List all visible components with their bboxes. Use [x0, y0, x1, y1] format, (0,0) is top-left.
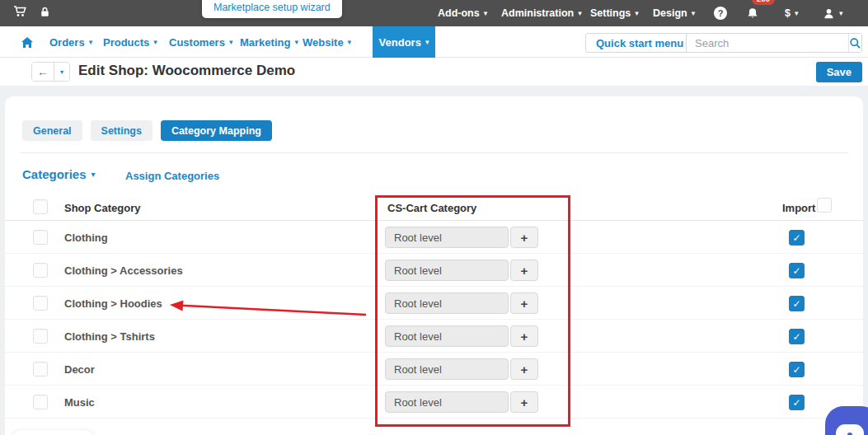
cscart-category-picker: Root level + [385, 391, 538, 413]
checkmark-icon: ✓ [792, 265, 800, 277]
help-button[interactable]: ? [714, 0, 727, 26]
row-checkbox[interactable] [33, 329, 48, 344]
topbar-item-label: Administration [501, 7, 574, 19]
caret-down-icon: ▾ [578, 10, 582, 17]
caret-down-icon: ▾ [91, 170, 96, 179]
cart-icon[interactable] [13, 5, 27, 21]
notification-count-badge: 200 [752, 0, 775, 5]
topbar-item-administration[interactable]: Administration ▾ [501, 0, 582, 26]
import-header: Import [782, 202, 815, 214]
cscart-category-field[interactable]: Root level [385, 391, 509, 413]
checkmark-icon: ✓ [792, 232, 800, 244]
cscart-category-field[interactable]: Root level [385, 260, 509, 281]
bottom-left-popup-edge [12, 430, 95, 435]
plus-icon: + [521, 264, 528, 278]
caret-down-icon: ▾ [484, 10, 488, 17]
home-icon[interactable] [21, 26, 34, 58]
tab-settings[interactable]: Settings [91, 120, 152, 141]
import-checkbox[interactable]: ✓ [789, 263, 805, 278]
page-header: ← ▾ Edit Shop: Woocommerce Demo Save [0, 58, 868, 86]
save-button[interactable]: Save [816, 62, 862, 82]
plus-icon: + [521, 231, 528, 245]
topbar-item-settings[interactable]: Settings ▾ [590, 0, 639, 26]
add-category-button[interactable]: + [510, 292, 538, 314]
currency-menu[interactable]: $ ▾ [785, 0, 798, 26]
nav-item-customers[interactable]: Customers ▾ [169, 26, 232, 58]
shop-category-label: Clothing > Hoodies [64, 297, 162, 309]
search-button[interactable] [848, 34, 861, 52]
row-checkbox[interactable] [33, 230, 48, 245]
categories-label: Categories [22, 167, 87, 181]
assign-categories-link[interactable]: Assign Categories [125, 170, 219, 182]
chat-widget-button[interactable] [825, 406, 868, 435]
select-all-checkbox[interactable] [33, 199, 48, 214]
import-checkbox[interactable]: ✓ [789, 362, 805, 377]
cs-cart-admin-screen: Marketplace setup wizard Add-ons ▾ Admin… [0, 0, 868, 435]
topbar-item-label: Settings [590, 7, 631, 19]
nav-item-marketing[interactable]: Marketing ▾ [240, 26, 298, 58]
caret-down-icon: ▾ [425, 39, 429, 46]
add-category-button[interactable]: + [510, 358, 538, 380]
cscart-category-picker: Root level + [385, 292, 538, 314]
add-category-button[interactable]: + [510, 325, 538, 347]
table-row: Music Root level + ✓ [5, 386, 863, 419]
import-checkbox[interactable]: ✓ [789, 395, 805, 410]
nav-item-orders[interactable]: Orders ▾ [49, 26, 92, 58]
nav-item-label: Vendors [379, 36, 421, 49]
table-row: Clothing Root level + ✓ [5, 221, 863, 254]
row-checkbox[interactable] [33, 395, 48, 409]
cscart-category-field[interactable]: Root level [385, 358, 509, 380]
add-category-button[interactable]: + [510, 260, 538, 281]
nav-item-products[interactable]: Products ▾ [103, 26, 157, 58]
help-icon: ? [714, 7, 727, 20]
cscart-category-field[interactable]: Root level [385, 325, 509, 347]
cscart-category-field[interactable]: Root level [385, 227, 509, 248]
add-category-button[interactable]: + [510, 391, 538, 413]
chat-bubble-icon [836, 424, 864, 435]
cscart-category-picker: Root level + [385, 325, 538, 347]
shop-category-label: Clothing > Tshirts [64, 330, 155, 342]
topbar-item-addons[interactable]: Add-ons ▾ [438, 0, 487, 26]
add-category-button[interactable]: + [510, 227, 538, 248]
shop-category-label: Music [64, 395, 95, 408]
caret-down-icon: ▾ [839, 10, 843, 17]
import-checkbox[interactable]: ✓ [789, 329, 805, 344]
row-checkbox[interactable] [33, 296, 48, 311]
checkmark-icon: ✓ [792, 397, 800, 409]
user-menu[interactable]: ▾ [823, 0, 843, 26]
categories-dropdown[interactable]: Categories ▾ [22, 167, 96, 181]
lock-icon[interactable] [39, 6, 51, 21]
search-input[interactable] [687, 34, 848, 52]
tab-category-mapping[interactable]: Category Mapping [161, 120, 272, 141]
topbar-item-design[interactable]: Design ▾ [653, 0, 695, 26]
back-button-group: ← ▾ [31, 62, 70, 82]
tab-general[interactable]: General [22, 120, 82, 141]
nav-item-label: Products [103, 36, 149, 49]
back-dropdown-button[interactable]: ▾ [54, 63, 69, 81]
row-checkbox[interactable] [33, 362, 48, 377]
search-box [686, 33, 862, 53]
plus-icon: + [521, 330, 528, 344]
topbar-item-label: Design [653, 7, 687, 19]
notifications-button[interactable]: 200 [746, 0, 868, 26]
marketplace-setup-wizard-tooltip[interactable]: Marketplace setup wizard [202, 0, 342, 18]
table-header-row: Shop Category CS-Cart Category Import [5, 195, 863, 221]
back-button[interactable]: ← [32, 63, 54, 81]
nav-item-vendors[interactable]: Vendors ▾ [373, 26, 435, 58]
import-checkbox[interactable]: ✓ [789, 296, 805, 311]
row-checkbox[interactable] [33, 263, 48, 278]
shop-category-label: Clothing > Accessories [64, 264, 183, 276]
nav-item-website[interactable]: Website ▾ [303, 26, 351, 58]
checkmark-icon: ✓ [792, 298, 800, 310]
cscart-category-picker: Root level + [385, 358, 538, 380]
caret-down-icon: ▾ [795, 10, 799, 17]
import-all-checkbox[interactable] [817, 198, 832, 213]
cscart-category-field[interactable]: Root level [385, 292, 509, 314]
caret-down-icon: ▾ [60, 68, 63, 76]
search-icon [849, 37, 861, 49]
shop-category-label: Clothing [64, 231, 108, 243]
plus-icon: + [521, 395, 528, 409]
import-checkbox[interactable]: ✓ [789, 230, 805, 246]
checkmark-icon: ✓ [792, 331, 800, 343]
back-arrow-icon: ← [37, 65, 49, 78]
